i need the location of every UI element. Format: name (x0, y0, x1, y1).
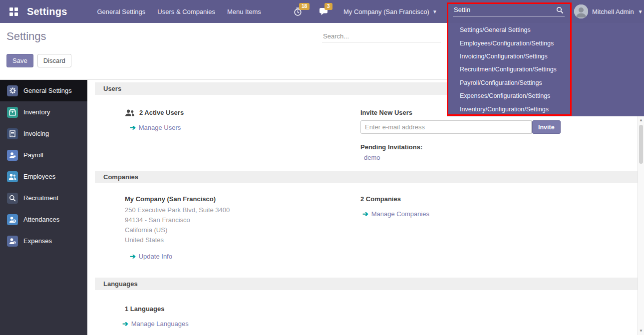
sidebar-item-recruitment[interactable]: Recruitment (0, 187, 87, 209)
company-name: My Company (San Francisco) (125, 195, 216, 203)
invite-email-input[interactable] (360, 120, 532, 134)
sidebar-item-inventory[interactable]: Inventory (0, 101, 87, 123)
message-count-badge: 3 (324, 3, 332, 10)
sidebar-item-employees[interactable]: Employees (0, 166, 87, 187)
scroll-up-arrow-icon[interactable]: ▲ (638, 118, 644, 122)
arrow-right-icon: ➔ (362, 210, 368, 218)
section-companies-header: Companies (95, 171, 638, 183)
user-avatar (574, 4, 588, 18)
employees-icon (7, 171, 18, 182)
settings-sidebar: General Settings Inventory (0, 80, 87, 335)
section-languages-header: Languages (95, 278, 638, 290)
activities-button[interactable]: 18 (294, 7, 302, 16)
app-title: Settings (27, 6, 67, 17)
update-info-link[interactable]: ➔ Update Info (130, 252, 360, 260)
scrollbar-thumb[interactable] (639, 125, 643, 164)
payroll-icon (7, 150, 18, 161)
apps-grid-icon (9, 7, 18, 16)
expenses-icon: $ (7, 236, 18, 247)
menu-search-dropdown: Settings/General Settings Employees/Conf… (447, 23, 644, 116)
search-result[interactable]: Payroll/Configuration/Settings (447, 76, 644, 89)
search-icon (556, 6, 564, 15)
search-result[interactable]: Employees/Configuration/Settings (447, 36, 644, 49)
search-result[interactable]: Settings/General Settings (447, 23, 644, 36)
search-result[interactable]: Invoicing/Configuration/Settings (447, 50, 644, 63)
chevron-down-icon: ▼ (638, 9, 643, 14)
menu-general-settings[interactable]: General Settings (96, 0, 147, 23)
user-menu[interactable]: Mitchell Admin ▼ (574, 0, 643, 23)
save-button[interactable]: Save (6, 54, 33, 67)
user-name: Mitchell Admin (592, 8, 634, 15)
manage-languages-link[interactable]: ➔ Manage Languages (122, 320, 360, 328)
menu-search (447, 0, 572, 23)
chevron-down-icon: ▼ (432, 9, 437, 14)
manage-users-link[interactable]: ➔ Manage Users (130, 123, 360, 131)
users-icon (125, 109, 135, 116)
apps-menu-button[interactable] (5, 0, 22, 23)
recruitment-magnifier-icon (7, 193, 18, 204)
scroll-down-arrow-icon[interactable]: ▼ (638, 329, 644, 333)
vertical-scrollbar[interactable]: ▲ ▼ (638, 116, 644, 335)
manage-companies-link[interactable]: ➔ Manage Companies (362, 210, 623, 218)
record-search (322, 30, 441, 42)
company-address: 250 Executive Park Blvd, Suite 3400 9413… (125, 205, 360, 245)
arrow-right-icon: ➔ (130, 123, 136, 131)
sidebar-item-expenses[interactable]: $ Expenses (0, 230, 87, 252)
menu-users-companies[interactable]: Users & Companies (156, 0, 216, 23)
invite-new-users-label: Invite New Users (360, 109, 412, 116)
menu-menu-items[interactable]: Menu Items (226, 0, 262, 23)
pending-invitations-label: Pending Invitations: (360, 143, 623, 151)
gear-icon (7, 85, 18, 96)
invoice-icon (7, 128, 18, 139)
menu-search-input[interactable] (453, 4, 565, 17)
svg-text:$: $ (14, 241, 15, 244)
top-menu: General Settings Users & Companies Menu … (96, 0, 262, 23)
pending-user-demo-link[interactable]: demo (364, 154, 380, 161)
activity-count-badge: 18 (299, 3, 310, 10)
section-languages-body: 1 Languages ➔ Manage Languages (87, 290, 638, 335)
search-result[interactable]: Recruitment/Configuration/Settings (447, 63, 644, 76)
section-companies-body: My Company (San Francisco) 250 Executive… (87, 183, 638, 275)
invite-button[interactable]: Invite (532, 120, 561, 134)
sidebar-item-invoicing[interactable]: Invoicing (0, 123, 87, 144)
search-result[interactable]: Expenses/Configuration/Settings (447, 89, 644, 102)
languages-count: 1 Languages (125, 305, 164, 313)
sidebar-item-general-settings[interactable]: General Settings (0, 80, 87, 101)
attendance-icon (7, 214, 18, 225)
companies-count: 2 Companies (360, 195, 401, 203)
arrow-right-icon: ➔ (122, 320, 128, 328)
settings-content: Users 2 Active Users ➔ Manage Users (87, 80, 638, 335)
active-users-count: 2 Active Users (139, 109, 184, 116)
box-icon (7, 107, 18, 118)
record-search-input[interactable] (322, 30, 441, 42)
odoo-settings-app: Settings General Settings Users & Compan… (0, 0, 644, 335)
sidebar-item-attendances[interactable]: Attendances (0, 209, 87, 230)
sidebar-item-payroll[interactable]: Payroll (0, 144, 87, 166)
company-switcher[interactable]: My Company (San Francisco) ▼ (343, 0, 437, 23)
messages-button[interactable]: 3 (319, 7, 328, 15)
discard-button[interactable]: Discard (37, 54, 71, 67)
systray: 18 3 (294, 0, 345, 23)
search-result[interactable]: Inventory/Configuration/Settings (447, 103, 644, 116)
arrow-right-icon: ➔ (130, 252, 136, 260)
page-title: Settings (6, 30, 46, 43)
top-navbar: Settings General Settings Users & Compan… (0, 0, 644, 23)
